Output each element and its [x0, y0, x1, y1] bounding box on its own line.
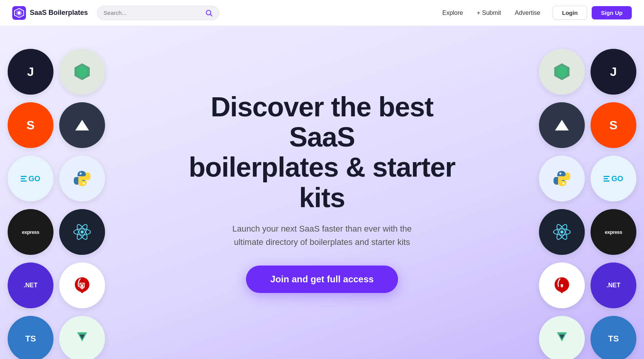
icon-column-left-far: J S GO express .NET TS: [8, 49, 53, 359]
svg-point-4: [206, 10, 211, 15]
search-icon: [205, 9, 213, 17]
list-item: express: [591, 209, 636, 255]
svg-point-10: [83, 183, 85, 185]
ruby-icon: [72, 275, 92, 296]
signup-button[interactable]: Sign Up: [592, 6, 632, 19]
go-lines-icon: [21, 176, 27, 182]
list-item: S: [8, 102, 53, 148]
list-item: J: [591, 49, 636, 95]
svg-point-21: [560, 173, 561, 175]
list-item: [59, 49, 105, 95]
list-item: [59, 156, 105, 201]
list-item: GO: [8, 156, 53, 201]
svg-marker-8: [75, 120, 89, 130]
cta-button[interactable]: Join and get full access: [246, 266, 398, 293]
list-item: TS: [591, 316, 636, 359]
list-item: [59, 316, 105, 359]
python-icon-r: [551, 168, 573, 189]
nav-link-submit[interactable]: + Submit: [477, 10, 501, 16]
svg-point-9: [80, 173, 82, 175]
nav-links: Explore + Submit Advertise: [442, 10, 540, 16]
login-button[interactable]: Login: [553, 6, 587, 20]
hex-icon-r: [552, 62, 572, 82]
list-item: GO: [591, 156, 636, 201]
list-item: .NET: [591, 262, 636, 308]
vue-icon-r: [552, 329, 571, 348]
navbar: SaaS Boilerplates Explore + Submit Adver…: [0, 0, 644, 26]
search-bar: [97, 6, 219, 20]
python-icon: [71, 168, 93, 189]
svg-point-3: [18, 11, 21, 14]
svg-point-22: [563, 183, 565, 185]
hero-title: Discover the best SaaS boilerplates & st…: [184, 92, 460, 213]
icon-column-right-near: [539, 49, 585, 359]
list-item: [539, 156, 585, 201]
list-item: [59, 262, 105, 308]
nav-link-explore[interactable]: Explore: [442, 10, 463, 16]
go-lines-icon-r: [604, 176, 610, 182]
list-item: [539, 102, 585, 148]
list-item: TS: [8, 316, 53, 359]
hero-section: J S GO express .NET TS: [0, 26, 644, 359]
nav-actions: Login Sign Up: [553, 6, 632, 20]
list-item: [539, 262, 585, 308]
list-item: express: [8, 209, 53, 255]
hex-icon: [72, 62, 92, 82]
logo-text: SaaS Boilerplates: [30, 9, 88, 17]
list-item: .NET: [8, 262, 53, 308]
hero-content: Discover the best SaaS boilerplates & st…: [177, 92, 467, 293]
icon-column-right-far: J S GO express .NET TS: [591, 49, 636, 359]
list-item: [59, 209, 105, 255]
ruby-icon-r: [552, 275, 572, 296]
nav-link-advertise[interactable]: Advertise: [515, 10, 540, 16]
react-icon: [71, 221, 93, 243]
list-item: S: [591, 102, 636, 148]
logo-link[interactable]: SaaS Boilerplates: [12, 6, 88, 20]
react-icon-r: [551, 221, 573, 243]
list-item: J: [8, 49, 53, 95]
vue-icon: [73, 329, 92, 348]
list-item: [539, 209, 585, 255]
svg-point-26: [560, 230, 563, 233]
list-item: [539, 316, 585, 359]
search-input[interactable]: [104, 10, 202, 16]
svg-line-5: [210, 14, 212, 16]
vercel-icon-r: [553, 117, 570, 134]
list-item: [539, 49, 585, 95]
svg-point-14: [81, 230, 84, 233]
logo-icon: [12, 6, 26, 20]
list-item: [59, 102, 105, 148]
svg-marker-20: [555, 120, 569, 130]
hero-subtitle: Launch your next SaaS faster than ever w…: [184, 222, 460, 249]
vercel-icon: [74, 117, 91, 134]
search-button[interactable]: [205, 9, 213, 17]
icon-column-left-near: [59, 49, 105, 359]
